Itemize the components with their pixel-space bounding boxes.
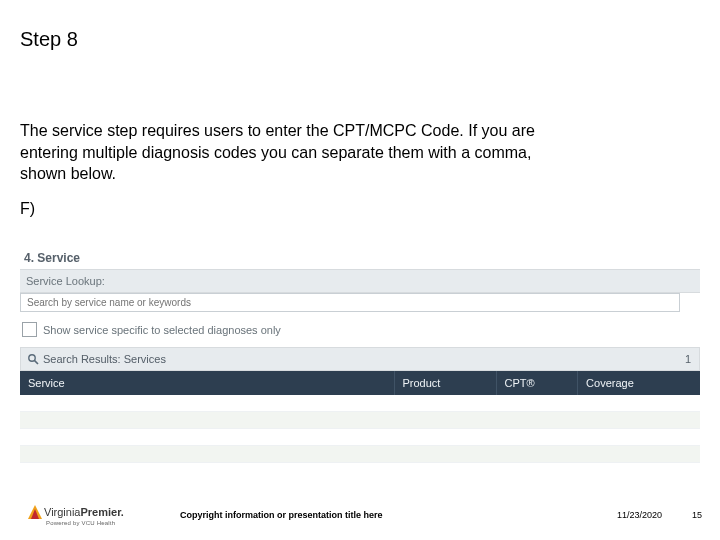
col-product[interactable]: Product — [394, 371, 496, 395]
results-rows — [20, 395, 700, 463]
service-search-input[interactable] — [20, 293, 680, 312]
diagnoses-only-checkbox[interactable] — [22, 322, 37, 337]
col-cpt[interactable]: CPT® — [496, 371, 578, 395]
footer: VirginiaPremier. Powered by VCU Health C… — [0, 500, 720, 540]
footer-copyright: Copyright information or presentation ti… — [180, 510, 383, 520]
search-results-header: Search Results: Services 1 — [20, 347, 700, 371]
table-row — [20, 412, 700, 429]
footer-page-number: 15 — [692, 510, 702, 520]
col-service[interactable]: Service — [20, 371, 394, 395]
brand-logo: VirginiaPremier. Powered by VCU Health — [28, 505, 124, 526]
brand-logo-icon — [28, 505, 42, 519]
brand-tagline: Powered by VCU Health — [46, 520, 124, 526]
panel-section-header: 4. Service — [20, 245, 700, 270]
table-row — [20, 446, 700, 463]
slide: Step 8 The service step requires users t… — [0, 0, 720, 540]
results-table-header: Service Product CPT® Coverage — [20, 371, 700, 395]
table-row — [20, 395, 700, 412]
checkbox-row: Show service specific to selected diagno… — [20, 318, 700, 347]
checkbox-label: Show service specific to selected diagno… — [43, 324, 281, 336]
svg-line-1 — [35, 361, 38, 364]
footer-date: 11/23/2020 — [617, 510, 662, 520]
brand-text-a: Virginia — [44, 506, 81, 518]
results-title: Search Results: Services — [43, 353, 166, 365]
service-panel-screenshot: 4. Service Service Lookup: Show service … — [20, 245, 700, 463]
table-row — [20, 429, 700, 446]
col-coverage[interactable]: Coverage — [578, 371, 700, 395]
list-marker: F) — [20, 200, 35, 218]
brand-text-b: Premier. — [81, 506, 124, 518]
results-count: 1 — [685, 353, 691, 365]
slide-title: Step 8 — [20, 28, 78, 51]
body-text: The service step requires users to enter… — [20, 120, 580, 185]
svg-point-0 — [29, 355, 35, 361]
search-icon — [27, 353, 39, 365]
service-lookup-label: Service Lookup: — [20, 270, 700, 293]
